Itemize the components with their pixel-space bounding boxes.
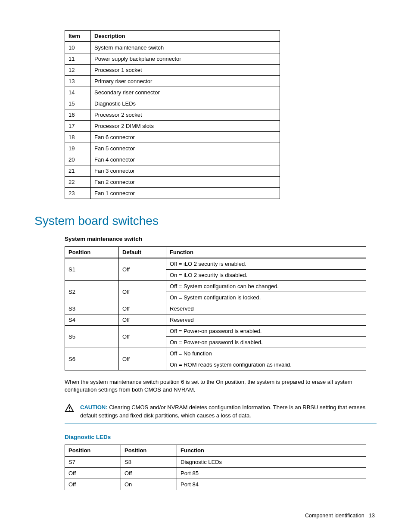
cell-default: Off [119, 314, 166, 326]
table-cell: Diagnostic LEDs [177, 456, 366, 468]
table-row: 10System maintenance switch [65, 42, 280, 53]
caution-box: CAUTION: Clearing CMOS and/or NVRAM dele… [65, 400, 377, 423]
table-row: S2OffOff = System configuration can be c… [65, 281, 366, 292]
table-row: 20Fan 4 connector [65, 154, 280, 165]
table-cell: Processor 1 socket [91, 65, 280, 76]
table-cell: Off [65, 479, 121, 490]
table-cell: Diagnostic LEDs [91, 98, 280, 109]
cell-position: S6 [65, 348, 119, 370]
table-cell: S7 [65, 456, 121, 468]
cell-function: Off = iLO 2 security is enabled. [166, 258, 366, 270]
table-row: 12Processor 1 socket [65, 65, 280, 76]
cell-default: Off [119, 348, 166, 370]
header-description: Description [91, 31, 280, 42]
table-cell: 14 [65, 87, 91, 98]
header-item: Item [65, 31, 91, 42]
table-cell: On [121, 479, 177, 490]
table-cell: 20 [65, 154, 91, 165]
svg-point-1 [69, 410, 70, 411]
cell-function: On = iLO 2 security is disabled. [166, 270, 366, 281]
table-row: 23Fan 1 connector [65, 188, 280, 199]
diagnostic-leds-subheading: Diagnostic LEDs [65, 434, 377, 440]
table-cell: Secondary riser connector [91, 87, 280, 98]
table-cell: Fan 5 connector [91, 143, 280, 154]
header-position: Position [65, 247, 119, 258]
cell-function: On = ROM reads system configuration as i… [166, 359, 366, 370]
table-row: 13Primary riser connector [65, 76, 280, 87]
table-row: 21Fan 3 connector [65, 165, 280, 177]
cell-default: Off [119, 326, 166, 348]
caution-icon [65, 404, 74, 414]
table-row: OffOnPort 84 [65, 479, 366, 490]
header-default: Default [119, 247, 166, 258]
table-cell: 10 [65, 42, 91, 53]
table-row: OffOffPort 85 [65, 467, 366, 479]
table-cell: Port 85 [177, 467, 366, 479]
maintenance-switch-subheading: System maintenance switch [65, 236, 377, 242]
table-cell: Off [121, 467, 177, 479]
cell-position: S5 [65, 326, 119, 348]
table-cell: 19 [65, 143, 91, 154]
table-row: S1OffOff = iLO 2 security is enabled. [65, 258, 366, 270]
table-cell: 17 [65, 121, 91, 132]
table-cell: Processor 2 socket [91, 109, 280, 121]
leds-table-wrapper: Position Position Function S7S8Diagnosti… [65, 445, 377, 490]
table-row: S6OffOff = No function [65, 348, 366, 359]
table-row: S3OffReserved [65, 303, 366, 314]
caution-label: CAUTION: [80, 404, 108, 411]
cell-position: S1 [65, 258, 119, 281]
page-footer: Component identification 13 [34, 513, 377, 519]
cell-position: S4 [65, 314, 119, 326]
switch-table-body: S1OffOff = iLO 2 security is enabled.On … [65, 258, 366, 370]
cell-function: On = System configuration is locked. [166, 292, 366, 303]
table-cell: Fan 4 connector [91, 154, 280, 165]
table-cell: 22 [65, 177, 91, 188]
table-cell: 13 [65, 76, 91, 87]
table-row: 15Diagnostic LEDs [65, 98, 280, 109]
table-header-row: Position Position Function [65, 445, 366, 456]
table-cell: 15 [65, 98, 91, 109]
cell-default: Off [119, 258, 166, 281]
header-position: Position [65, 445, 121, 456]
cell-default: Off [119, 303, 166, 314]
table-cell: Port 84 [177, 479, 366, 490]
component-table: Item Description 10System maintenance sw… [65, 30, 280, 199]
table-cell: Fan 1 connector [91, 188, 280, 199]
table-row: S5OffOff = Power-on password is enabled. [65, 326, 366, 337]
table-row: 11Power supply backplane connector [65, 53, 280, 65]
cell-function: Reserved [166, 314, 366, 326]
table-header-row: Item Description [65, 31, 280, 42]
header-function: Function [166, 247, 366, 258]
footer-section: Component identification [305, 513, 364, 519]
table-cell: Fan 3 connector [91, 165, 280, 177]
header-function: Function [177, 445, 366, 456]
caution-body: Clearing CMOS and/or NVRAM deletes confi… [80, 404, 365, 418]
maintenance-paragraph: When the system maintenance switch posit… [65, 378, 377, 394]
switch-table: Position Default Function S1OffOff = iLO… [65, 246, 366, 370]
header-position: Position [121, 445, 177, 456]
leds-table: Position Position Function S7S8Diagnosti… [65, 445, 366, 490]
table-cell: Processor 2 DIMM slots [91, 121, 280, 132]
cell-function: Off = System configuration can be change… [166, 281, 366, 292]
table-cell: S8 [121, 456, 177, 468]
table-row: 22Fan 2 connector [65, 177, 280, 188]
table-row: 19Fan 5 connector [65, 143, 280, 154]
table-cell: 12 [65, 65, 91, 76]
table-cell: 23 [65, 188, 91, 199]
table-cell: 16 [65, 109, 91, 121]
table-row: S4OffReserved [65, 314, 366, 326]
cell-function: Off = Power-on password is enabled. [166, 326, 366, 337]
component-table-body: 10System maintenance switch11Power suppl… [65, 42, 280, 199]
table-cell: Off [65, 467, 121, 479]
table-cell: 21 [65, 165, 91, 177]
table-cell: Power supply backplane connector [91, 53, 280, 65]
table-row: 14Secondary riser connector [65, 87, 280, 98]
table-cell: Fan 6 connector [91, 132, 280, 143]
cell-function: Off = No function [166, 348, 366, 359]
table-cell: Primary riser connector [91, 76, 280, 87]
cell-default: Off [119, 281, 166, 303]
table-cell: Fan 2 connector [91, 177, 280, 188]
component-table-wrapper: Item Description 10System maintenance sw… [65, 30, 377, 199]
section-title: System board switches [34, 214, 377, 228]
cell-position: S2 [65, 281, 119, 303]
